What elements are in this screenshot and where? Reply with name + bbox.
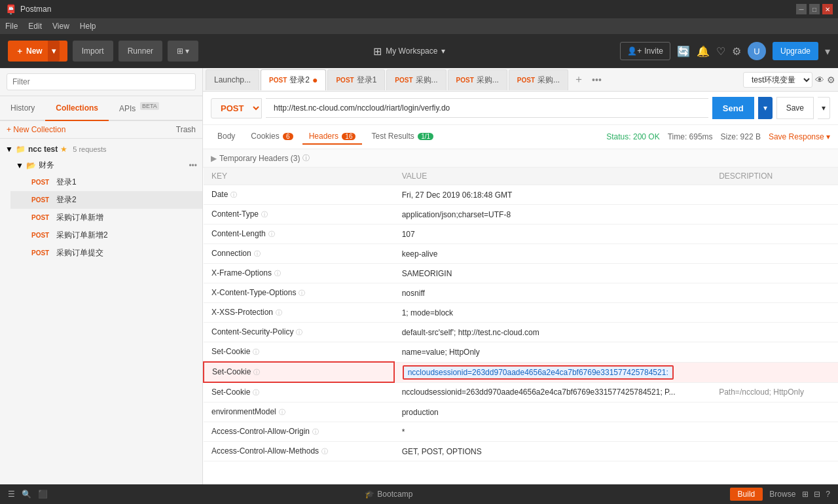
row-info-icon[interactable]: ⓘ xyxy=(253,369,260,376)
menu-help[interactable]: Help xyxy=(80,22,96,31)
sidebar-tab-apis[interactable]: APIs BETA xyxy=(109,96,170,121)
collection-header[interactable]: ▼ 📁 ncc test ★ 5 requests xyxy=(0,141,202,157)
row-info-icon[interactable]: ⓘ xyxy=(253,348,259,355)
resp-tab-cookies[interactable]: Cookies 6 xyxy=(244,129,299,145)
layout-toggle-button[interactable]: ⊞ xyxy=(802,490,809,499)
send-dropdown-button[interactable]: ▾ xyxy=(758,97,773,119)
import-button[interactable]: Import xyxy=(73,41,113,62)
new-collection-button[interactable]: + New Collection xyxy=(7,125,65,134)
col-key: Key xyxy=(204,168,394,185)
layout-button[interactable]: ⊞ ▾ xyxy=(168,41,198,62)
row-info-icon[interactable]: ⓘ xyxy=(230,191,237,198)
add-tab-button[interactable]: ＋ xyxy=(570,73,588,86)
col-value: Value xyxy=(394,168,712,185)
bootcamp-button[interactable]: 🎓 Bootcamp xyxy=(365,490,412,499)
save-button[interactable]: Save xyxy=(776,97,814,119)
star-icon[interactable]: ★ xyxy=(60,145,67,154)
env-settings-button[interactable]: ⚙ xyxy=(827,75,835,85)
menu-file[interactable]: File xyxy=(5,22,18,31)
tab-launchpad[interactable]: Launchp... xyxy=(206,69,259,90)
row-info-icon[interactable]: ⓘ xyxy=(261,211,268,218)
more-tabs-button[interactable]: ••• xyxy=(588,75,606,85)
request-name: 登录1 xyxy=(56,177,77,188)
tab-post-cg3[interactable]: POST 采购... xyxy=(509,69,568,90)
table-row: Set-Cookieⓘname=value; HttpOnly xyxy=(204,342,838,363)
notification-bell-icon[interactable]: 🔔 xyxy=(697,45,710,58)
request-item-cg2[interactable]: POST 采购订单新增2 xyxy=(10,226,202,244)
collection-ncc-test: ▼ 📁 ncc test ★ 5 requests ▼ 📂 财务 ••• POS… xyxy=(0,141,202,262)
workspace-button[interactable]: ⊞ My Workspace ▾ xyxy=(373,45,445,58)
row-info-icon[interactable]: ⓘ xyxy=(299,289,305,297)
environment-select[interactable]: test环境变量 xyxy=(743,72,812,88)
upgrade-arrow-icon[interactable]: ▾ xyxy=(825,45,830,58)
folder-actions-icon[interactable]: ••• xyxy=(189,161,197,170)
tab-post-login1[interactable]: POST 登录1 xyxy=(327,69,385,90)
request-item-login1[interactable]: POST 登录1 xyxy=(10,173,202,191)
response-tabs: Body Cookies 6 Headers 16 Test Results 1… xyxy=(203,125,838,149)
invite-button[interactable]: 👤+ Invite xyxy=(620,42,670,60)
env-eye-button[interactable]: 👁 xyxy=(815,75,824,85)
row-info-icon[interactable]: ⓘ xyxy=(268,230,275,238)
table-row: Connectionⓘkeep-alive xyxy=(204,244,838,264)
row-info-icon[interactable]: ⓘ xyxy=(274,270,281,277)
tab-post-cg2[interactable]: POST 采购... xyxy=(448,69,507,90)
help-button[interactable]: ? xyxy=(826,490,830,499)
table-row: Content-Lengthⓘ107 xyxy=(204,225,838,244)
upgrade-button[interactable]: Upgrade xyxy=(773,42,818,60)
row-info-icon[interactable]: ⓘ xyxy=(254,250,261,257)
url-input[interactable] xyxy=(266,98,708,118)
close-button[interactable]: ✕ xyxy=(822,4,833,14)
new-arrow-icon[interactable]: ▾ xyxy=(48,41,60,62)
search-status-button[interactable]: 🔍 xyxy=(22,490,31,499)
settings-icon[interactable]: ⚙ xyxy=(732,45,741,58)
method-select[interactable]: POST xyxy=(211,98,262,118)
trash-button[interactable]: Trash xyxy=(176,125,196,134)
console-button[interactable]: ⬛ xyxy=(38,490,48,499)
row-info-icon[interactable]: ⓘ xyxy=(279,408,285,416)
favorites-icon[interactable]: ♡ xyxy=(716,45,725,58)
sidebar-tab-collections[interactable]: Collections xyxy=(45,96,109,121)
row-info-icon[interactable]: ⓘ xyxy=(253,389,259,396)
new-button[interactable]: ＋ New ▾ xyxy=(8,41,67,62)
resp-tab-testresults[interactable]: Test Results 1/1 xyxy=(365,129,440,145)
search-input[interactable] xyxy=(7,73,196,90)
menu-view[interactable]: View xyxy=(52,22,69,31)
build-button[interactable]: Build xyxy=(730,488,763,501)
row-info-icon[interactable]: ⓘ xyxy=(312,428,319,435)
status-time: Time: 695ms xyxy=(668,132,713,141)
folder-header[interactable]: ▼ 📂 财务 ••• xyxy=(10,157,202,173)
workspace-chevron-icon: ▾ xyxy=(441,46,445,56)
sync-button[interactable]: 🔄 xyxy=(677,45,690,58)
sidebar-toggle-button[interactable]: ☰ xyxy=(8,490,15,499)
beta-badge: BETA xyxy=(140,102,159,110)
tab-post-cg1[interactable]: POST 采购... xyxy=(386,69,446,90)
headers-table: Key Value Description DateⓘFri, 27 Dec 2… xyxy=(203,168,838,461)
sidebar-tab-history[interactable]: History xyxy=(0,96,45,121)
expand-icon[interactable]: ▶ xyxy=(211,154,217,163)
save-response-button[interactable]: Save Response ▾ xyxy=(769,132,830,141)
resp-tab-headers[interactable]: Headers 16 xyxy=(302,129,363,145)
tab-dirty-dot: ● xyxy=(312,75,318,85)
row-info-icon[interactable]: ⓘ xyxy=(296,329,302,336)
folder-group: ▼ 📂 财务 ••• POST 登录1 POST 登录2 POST xyxy=(10,157,202,262)
request-item-cg1[interactable]: POST 采购订单新增 xyxy=(10,209,202,226)
send-button[interactable]: Send xyxy=(712,97,754,119)
row-info-icon[interactable]: ⓘ xyxy=(276,309,282,316)
pane-toggle-button[interactable]: ⊟ xyxy=(814,490,820,499)
tab-post-login2[interactable]: POST 登录2 ● xyxy=(261,69,326,90)
maximize-button[interactable]: □ xyxy=(809,4,820,14)
minimize-button[interactable]: ─ xyxy=(796,4,807,14)
row-info-icon[interactable]: ⓘ xyxy=(321,448,328,455)
main-content: Launchp... POST 登录2 ● POST 登录1 POST 采购..… xyxy=(203,68,838,484)
avatar[interactable]: U xyxy=(748,42,766,60)
info-icon[interactable]: ⓘ xyxy=(302,153,310,163)
menu-edit[interactable]: Edit xyxy=(28,22,42,31)
tabs-bar: Launchp... POST 登录2 ● POST 登录1 POST 采购..… xyxy=(203,68,838,92)
browse-button[interactable]: Browse xyxy=(769,490,795,499)
runner-button[interactable]: Runner xyxy=(118,41,162,62)
request-item-login2[interactable]: POST 登录2 xyxy=(10,191,202,209)
resp-tab-body[interactable]: Body xyxy=(211,129,242,145)
request-item-cg3[interactable]: POST 采购订单提交 xyxy=(10,244,202,262)
status-bar: ☰ 🔍 ⬛ 🎓 Bootcamp Build Browse ⊞ ⊟ ? xyxy=(0,484,838,504)
save-dropdown-button[interactable]: ▾ xyxy=(818,97,830,119)
